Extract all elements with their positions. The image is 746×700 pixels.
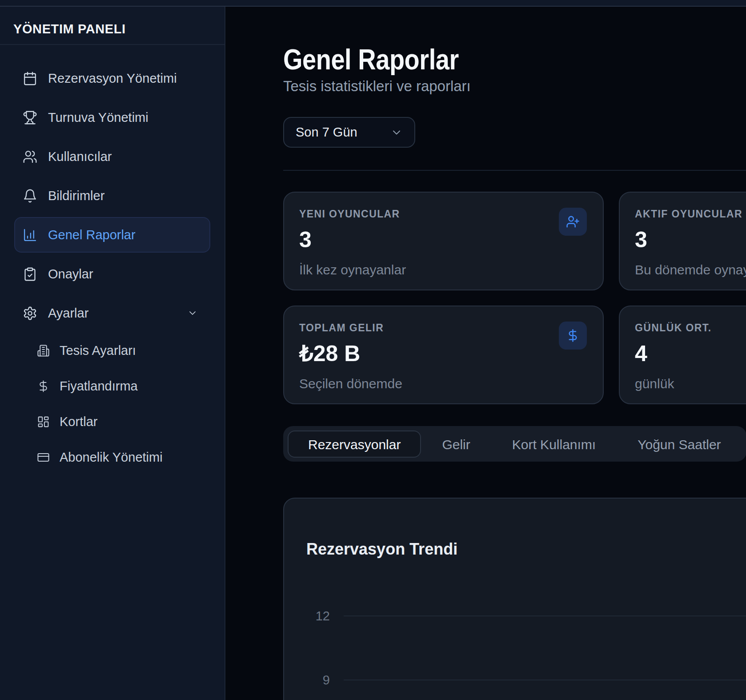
layout: YÖNETIM PANELI Rezervasyon Yönetimi Turn… bbox=[0, 7, 746, 700]
chart-title: Rezervasyon Trendi bbox=[306, 540, 746, 559]
stat-card-yeni-oyuncular: YENI OYUNCULAR 3 İlk kez oynayanlar bbox=[283, 192, 604, 290]
stat-sub: İlk kez oynayanlar bbox=[299, 262, 587, 278]
sidebar-item-rezervasyon-yonetimi[interactable]: Rezervasyon Yönetimi bbox=[14, 60, 210, 96]
sidebar-item-label: Turnuva Yönetimi bbox=[48, 110, 148, 125]
sidebar-item-fiyatlandirma[interactable]: Fiyatlandırma bbox=[14, 370, 210, 402]
top-strip bbox=[0, 0, 746, 7]
chevron-down-icon bbox=[187, 308, 198, 318]
stat-value: ₺28 B bbox=[299, 341, 587, 366]
dollar-icon bbox=[37, 380, 50, 393]
sidebar-item-label: Onaylar bbox=[48, 267, 93, 282]
sidebar-item-label: Rezervasyon Yönetimi bbox=[48, 71, 177, 86]
sidebar-item-kullanicilar[interactable]: Kullanıcılar bbox=[14, 139, 210, 174]
sidebar-item-label: Fiyatlandırma bbox=[60, 379, 138, 394]
sidebar-header: YÖNETIM PANELI bbox=[0, 7, 225, 45]
sidebar-item-label: Kortlar bbox=[60, 414, 97, 429]
users-icon bbox=[23, 149, 37, 164]
sidebar-item-label: Genel Raporlar bbox=[48, 228, 136, 242]
stat-card-aktif-oyuncular: AKTIF OYUNCULAR 3 Bu dönemde oynayanlar bbox=[619, 192, 746, 290]
tabs-row: Rezervasyonlar Gelir Kort Kullanımı Yoğu… bbox=[283, 404, 746, 462]
sidebar-item-label: Abonelik Yönetimi bbox=[60, 450, 163, 465]
stat-label: GÜNLÜK ORT. bbox=[635, 322, 746, 334]
sidebar-nav: Rezervasyon Yönetimi Turnuva Yönetimi Ku… bbox=[0, 45, 225, 473]
stat-label: AKTIF OYUNCULAR bbox=[635, 208, 746, 220]
gridline bbox=[344, 680, 746, 680]
user-plus-icon bbox=[566, 215, 580, 229]
stat-sub: günlük bbox=[635, 376, 746, 391]
stat-value: 3 bbox=[635, 227, 746, 253]
stat-label: TOPLAM GELIR bbox=[299, 322, 587, 334]
divider bbox=[283, 170, 746, 171]
tab-rezervasyonlar[interactable]: Rezervasyonlar bbox=[288, 430, 421, 458]
stat-value: 3 bbox=[299, 227, 587, 253]
stat-sub: Bu dönemde oynayanlar bbox=[635, 262, 746, 278]
grid-row-12: 12 bbox=[306, 609, 746, 623]
period-select-value: Son 7 Gün bbox=[296, 125, 357, 140]
stat-label: YENI OYUNCULAR bbox=[299, 208, 587, 220]
chart-plot: 12 9 bbox=[306, 609, 746, 700]
chevron-down-icon bbox=[390, 126, 403, 139]
stat-value: 4 bbox=[635, 341, 746, 366]
gridline bbox=[344, 616, 746, 616]
sidebar-item-onaylar[interactable]: Onaylar bbox=[14, 256, 210, 292]
tab-bar: Rezervasyonlar Gelir Kort Kullanımı Yoğu… bbox=[283, 426, 746, 462]
period-select[interactable]: Son 7 Gün bbox=[283, 117, 415, 148]
clipboard-check-icon bbox=[23, 267, 37, 282]
stat-cards: YENI OYUNCULAR 3 İlk kez oynayanlar AKTI… bbox=[283, 192, 746, 404]
calendar-icon bbox=[23, 71, 37, 86]
y-tick-12: 12 bbox=[306, 609, 330, 623]
sidebar-item-kortlar[interactable]: Kortlar bbox=[14, 406, 210, 438]
sidebar-item-label: Bildirimler bbox=[48, 189, 104, 203]
sidebar-item-genel-raporlar[interactable]: Genel Raporlar bbox=[14, 217, 210, 253]
sidebar-item-label: Kullanıcılar bbox=[48, 149, 112, 164]
sidebar-item-tesis-ayarlari[interactable]: Tesis Ayarları bbox=[14, 334, 210, 366]
chart-card: Rezervasyon Trendi 12 9 bbox=[283, 498, 746, 700]
stat-card-toplam-gelir: TOPLAM GELIR ₺28 B Seçilen dönemde bbox=[283, 306, 604, 404]
y-tick-9: 9 bbox=[306, 673, 330, 687]
layout-grid-icon bbox=[37, 415, 50, 428]
page-title: Genel Raporlar bbox=[283, 43, 746, 76]
stat-icon-chip bbox=[559, 208, 587, 236]
bar-chart-icon bbox=[23, 228, 37, 242]
page-subtitle: Tesis istatistikleri ve raporları bbox=[283, 78, 746, 95]
tab-kort-kullanimi[interactable]: Kort Kullanımı bbox=[491, 430, 617, 458]
gear-icon bbox=[23, 306, 37, 321]
dollar-icon bbox=[566, 329, 580, 342]
sidebar-item-abonelik-yonetimi[interactable]: Abonelik Yönetimi bbox=[14, 441, 210, 473]
credit-card-icon bbox=[37, 451, 50, 464]
stat-card-gunluk-ort: GÜNLÜK ORT. 4 günlük bbox=[619, 306, 746, 404]
sidebar-title: YÖNETIM PANELI bbox=[13, 22, 126, 36]
tab-gelir[interactable]: Gelir bbox=[421, 430, 491, 458]
grid-row-9: 9 bbox=[306, 673, 746, 687]
trophy-icon bbox=[23, 110, 37, 125]
bell-icon bbox=[23, 189, 37, 203]
stat-sub: Seçilen dönemde bbox=[299, 376, 587, 391]
sidebar-item-label: Tesis Ayarları bbox=[60, 343, 136, 358]
building-icon bbox=[37, 344, 50, 357]
sidebar-item-bildirimler[interactable]: Bildirimler bbox=[14, 178, 210, 213]
app-root: YÖNETIM PANELI Rezervasyon Yönetimi Turn… bbox=[0, 0, 746, 700]
main-content: Genel Raporlar Tesis istatistikleri ve r… bbox=[225, 7, 746, 700]
sidebar-item-turnuva-yonetimi[interactable]: Turnuva Yönetimi bbox=[14, 100, 210, 135]
sidebar-item-ayarlar[interactable]: Ayarlar bbox=[14, 295, 210, 331]
stat-icon-chip bbox=[559, 322, 587, 350]
sidebar-item-label: Ayarlar bbox=[48, 306, 88, 321]
tab-yogun-saatler[interactable]: Yoğun Saatler bbox=[617, 430, 742, 458]
sidebar: YÖNETIM PANELI Rezervasyon Yönetimi Turn… bbox=[0, 7, 225, 700]
